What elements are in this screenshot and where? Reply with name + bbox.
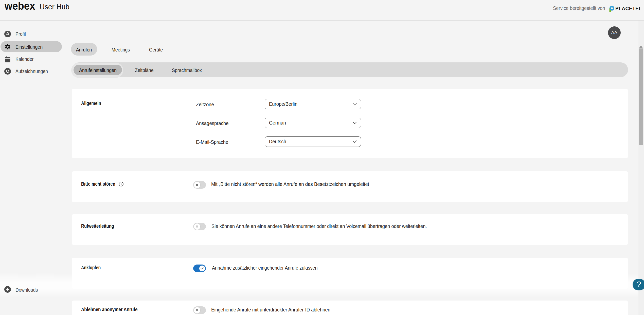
svg-text:PLACETEL: PLACETEL (615, 6, 641, 11)
